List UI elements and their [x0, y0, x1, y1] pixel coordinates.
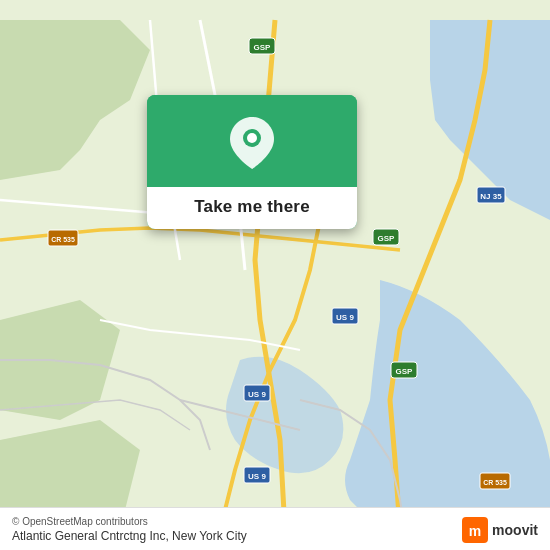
svg-text:US 9: US 9 — [336, 313, 354, 322]
svg-text:CR 535: CR 535 — [51, 236, 75, 243]
svg-text:GSP: GSP — [378, 234, 396, 243]
svg-text:GSP: GSP — [396, 367, 414, 376]
moovit-icon: m — [462, 517, 488, 543]
bottom-bar: © OpenStreetMap contributors Atlantic Ge… — [0, 507, 550, 550]
svg-text:US 9: US 9 — [248, 390, 266, 399]
svg-text:US 9: US 9 — [248, 472, 266, 481]
map-container: GSP GSP GSP NJ 35 CR 535 US 9 US 9 US 9 … — [0, 0, 550, 550]
svg-text:NJ 35: NJ 35 — [480, 192, 502, 201]
popup-bottom: Take me there — [147, 187, 357, 229]
svg-point-20 — [247, 133, 257, 143]
svg-text:m: m — [469, 523, 481, 539]
moovit-text: moovit — [492, 522, 538, 538]
take-me-there-button[interactable]: Take me there — [194, 197, 310, 217]
moovit-logo: m moovit — [462, 517, 538, 543]
popup-card: Take me there — [147, 95, 357, 229]
popup-top — [147, 95, 357, 187]
location-name: Atlantic General Cntrctng Inc, New York … — [12, 529, 454, 543]
svg-text:GSP: GSP — [254, 43, 272, 52]
svg-text:CR 535: CR 535 — [483, 479, 507, 486]
location-pin-icon — [230, 117, 274, 169]
map-svg: GSP GSP GSP NJ 35 CR 535 US 9 US 9 US 9 … — [0, 0, 550, 550]
osm-attribution: © OpenStreetMap contributors — [12, 516, 454, 527]
